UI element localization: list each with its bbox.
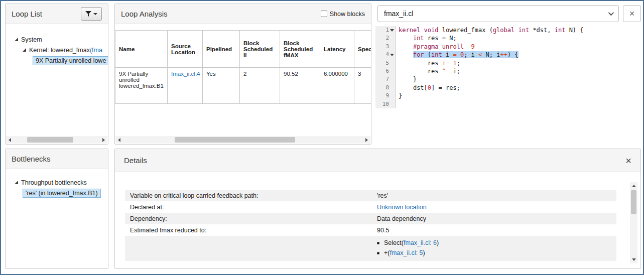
loop-analysis-table: Name Source Location Pipelined Block Sch… bbox=[115, 30, 371, 104]
loop-analysis-table-container: Name Source Location Pipelined Block Sch… bbox=[115, 30, 371, 136]
scroll-left-icon[interactable] bbox=[6, 136, 14, 144]
details-label: Dependency: bbox=[130, 215, 377, 222]
details-header: Details × bbox=[115, 149, 640, 172]
cell-latency: 6.000000 bbox=[320, 68, 354, 104]
scroll-right-icon[interactable] bbox=[363, 136, 370, 144]
scroll-down-icon[interactable] bbox=[630, 256, 637, 263]
details-content: Variable on critical loop carried feedba… bbox=[125, 190, 616, 261]
tree-item-res-bottleneck[interactable]: 'res' (in lowered_fmax.B1) bbox=[6, 188, 108, 198]
gutter-line: 9 bbox=[375, 92, 395, 100]
loop-list-header: Loop List bbox=[6, 4, 108, 24]
cell-spec-iterations: 3 bbox=[354, 68, 371, 104]
bullet-source-link[interactable]: fmax_ii.cl: 6 bbox=[404, 239, 437, 246]
details-value: Data dependency bbox=[377, 215, 616, 222]
tree-item-loop[interactable]: 9X Partially unrolled lowe bbox=[6, 55, 108, 66]
loop-analysis-header: Loop Analysis Show blocks bbox=[115, 4, 371, 24]
code-lines: kernel void lowered_fmax (global int *ds… bbox=[396, 26, 642, 108]
gutter-line: 7 bbox=[375, 75, 395, 83]
col-speculated-iterations: Spec Itera bbox=[354, 31, 371, 68]
col-block-scheduled-ii: Block Scheduled II bbox=[240, 31, 280, 68]
col-source-location: Source Location bbox=[168, 31, 203, 68]
details-row: Select(fmax_ii.cl: 6) +(fmax_ii.cl: 5) bbox=[125, 236, 616, 261]
bottlenecks-header: Bottlenecks bbox=[6, 149, 108, 169]
code-line bbox=[399, 100, 642, 108]
code-gutter: 12345678910 bbox=[375, 26, 396, 108]
gutter-line: 2 bbox=[375, 34, 395, 42]
loop-list-hscrollbar[interactable] bbox=[6, 136, 107, 144]
cell-block-ii: 2 bbox=[240, 68, 280, 104]
tree-item-system[interactable]: System bbox=[6, 34, 108, 45]
bullet-icon bbox=[377, 252, 379, 254]
scroll-thumb[interactable] bbox=[27, 137, 73, 143]
col-block-scheduled-fmax: Block Scheduled fMAX bbox=[280, 31, 320, 68]
scroll-up-icon[interactable] bbox=[630, 182, 637, 190]
source-location-link[interactable]: fmax_ii.cl:4 bbox=[171, 71, 200, 77]
bottlenecks-panel: Bottlenecks Throughput bottlenecks 'res'… bbox=[5, 149, 108, 269]
col-latency: Latency bbox=[320, 31, 354, 68]
details-row: Dependency: Data dependency bbox=[125, 213, 616, 224]
file-select-value: fmax_ii.cl bbox=[384, 10, 413, 18]
fold-icon[interactable] bbox=[390, 54, 394, 56]
code-line: int res = N; bbox=[399, 34, 642, 42]
scroll-left-icon[interactable] bbox=[115, 136, 123, 144]
scroll-thumb[interactable] bbox=[175, 137, 295, 143]
bullet-text: +( bbox=[384, 249, 390, 256]
tree-item-kernel[interactable]: Kernel: lowered_fmax (fma bbox=[6, 45, 108, 55]
file-select[interactable]: fmax_ii.cl bbox=[377, 5, 619, 22]
show-blocks-checkbox[interactable] bbox=[321, 11, 327, 17]
caret-down-icon bbox=[93, 13, 97, 15]
expand-icon bbox=[15, 38, 18, 41]
tree-item-throughput[interactable]: Throughput bottlenecks bbox=[6, 177, 108, 188]
col-pipelined: Pipelined bbox=[203, 31, 240, 68]
bullet-source-link[interactable]: fmax_ii.cl: 5 bbox=[390, 249, 423, 256]
funnel-icon bbox=[85, 11, 91, 17]
code-viewer-panel: fmax_ii.cl × 12345678910 kernel void low… bbox=[375, 3, 642, 145]
table-row[interactable]: 9X Partially unrolled lowered_fmax.B1 fm… bbox=[115, 68, 371, 104]
details-bullet-list: Select(fmax_ii.cl: 6) +(fmax_ii.cl: 5) bbox=[377, 238, 616, 258]
bullet-item: +(fmax_ii.cl: 5) bbox=[377, 248, 616, 258]
details-value: 90.5 bbox=[377, 227, 616, 234]
code-line: } bbox=[399, 75, 642, 83]
filter-button[interactable] bbox=[81, 7, 102, 21]
code-line: } bbox=[399, 92, 642, 100]
show-blocks-label: Show blocks bbox=[330, 11, 365, 18]
show-blocks-control[interactable]: Show blocks bbox=[321, 11, 365, 18]
bottlenecks-title: Bottlenecks bbox=[12, 155, 51, 163]
details-row: Declared at: Unknown location bbox=[125, 201, 616, 213]
kernel-source-link[interactable]: (fma bbox=[90, 47, 102, 54]
details-vscrollbar[interactable] bbox=[630, 182, 637, 263]
file-bar: fmax_ii.cl × bbox=[375, 3, 642, 24]
bullet-text: ) bbox=[423, 249, 425, 256]
details-label: Variable on critical loop carried feedba… bbox=[130, 192, 377, 199]
code-line: for (int i = 0; i < N; i++) { bbox=[399, 51, 642, 59]
loop-analysis-hscrollbar[interactable] bbox=[115, 136, 370, 144]
gutter-line: 6 bbox=[375, 67, 395, 75]
code-editor: 12345678910 kernel void lowered_fmax (gl… bbox=[375, 26, 642, 108]
gutter-line: 10 bbox=[375, 100, 395, 108]
close-details-button[interactable]: × bbox=[625, 156, 631, 166]
expand-icon bbox=[23, 48, 26, 52]
tree-label: System bbox=[21, 36, 42, 43]
close-code-button[interactable]: × bbox=[623, 5, 641, 22]
gutter-line: 1 bbox=[375, 26, 395, 34]
code-line: kernel void lowered_fmax (global int *ds… bbox=[399, 26, 642, 34]
details-label: Estimated fmax reduced to: bbox=[130, 227, 377, 234]
fold-icon[interactable] bbox=[390, 29, 394, 32]
details-value: 'res' bbox=[377, 192, 616, 199]
declared-at-link[interactable]: Unknown location bbox=[377, 204, 616, 211]
code-line: res += 1; bbox=[399, 59, 642, 67]
selected-bottleneck-label: 'res' (in lowered_fmax.B1) bbox=[23, 189, 101, 198]
loop-list-panel: Loop List System Kernel: lowered_fmax (f… bbox=[5, 4, 108, 145]
gutter-line: 5 bbox=[375, 59, 395, 67]
details-row: Variable on critical loop carried feedba… bbox=[125, 190, 616, 201]
bullet-text: Select( bbox=[384, 239, 404, 246]
gutter-line: 8 bbox=[375, 84, 395, 92]
scroll-right-icon[interactable] bbox=[100, 136, 107, 144]
bullet-text: ) bbox=[437, 239, 439, 246]
code-line: res ^= i; bbox=[399, 67, 642, 75]
bullet-item: Select(fmax_ii.cl: 6) bbox=[377, 238, 616, 248]
code-line: #pragma unroll 9 bbox=[399, 43, 642, 51]
cell-pipelined: Yes bbox=[203, 68, 240, 104]
scroll-thumb[interactable] bbox=[631, 190, 636, 214]
code-line: dst[0] = res; bbox=[399, 84, 642, 92]
